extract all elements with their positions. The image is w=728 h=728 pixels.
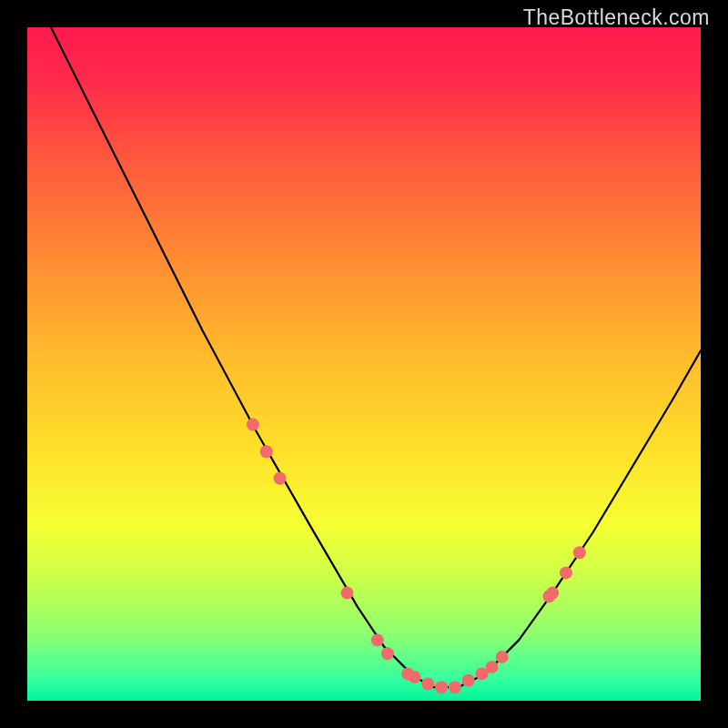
curve-marker bbox=[341, 587, 354, 600]
curve-marker bbox=[421, 678, 434, 691]
curve-marker bbox=[274, 472, 287, 485]
curve-marker bbox=[371, 633, 384, 646]
curve-marker bbox=[560, 566, 572, 579]
bottleneck-curve bbox=[47, 21, 701, 688]
curve-marker bbox=[409, 671, 421, 683]
curve-marker bbox=[573, 546, 586, 559]
curve-marker bbox=[435, 681, 448, 693]
curve-marker bbox=[381, 647, 394, 660]
curve-marker bbox=[486, 661, 499, 673]
plot-area bbox=[27, 27, 701, 701]
curve-marker bbox=[260, 445, 273, 458]
curve-marker bbox=[496, 651, 509, 663]
chart-frame: TheBottleneck.com bbox=[0, 0, 728, 728]
curve-markers bbox=[247, 419, 586, 694]
curve-marker bbox=[546, 587, 559, 600]
curve-marker bbox=[247, 419, 259, 431]
curve-marker bbox=[449, 681, 461, 693]
curve-svg bbox=[27, 27, 701, 701]
curve-marker bbox=[462, 674, 475, 687]
watermark: TheBottleneck.com bbox=[523, 5, 710, 30]
